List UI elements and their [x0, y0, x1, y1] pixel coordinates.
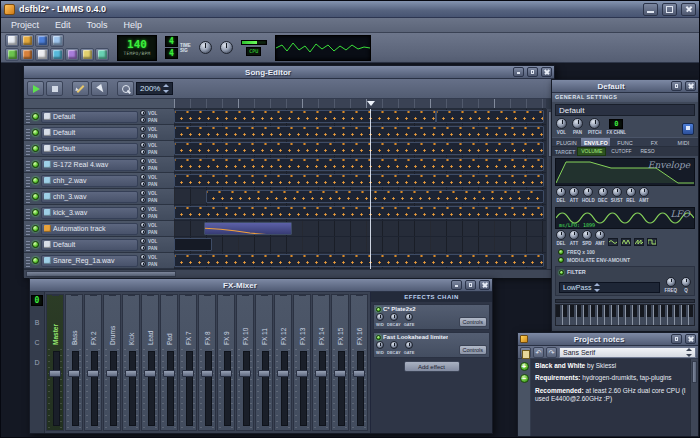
segment-pattern[interactable] — [174, 206, 544, 219]
track-volume-knob[interactable] — [140, 110, 146, 116]
track-volume-knob[interactable] — [140, 174, 146, 180]
window-minimize-button[interactable] — [643, 3, 658, 16]
fx-channel-strip[interactable]: FX 10 — [236, 294, 254, 431]
timesig-display[interactable]: 4 4 TIME SIG — [165, 36, 191, 59]
saw-wave-icon[interactable] — [634, 238, 644, 246]
tempo-display[interactable]: 140 TEMPO/BPM — [117, 35, 157, 61]
notes-text[interactable]: Black and White by SkiessiRequirements: … — [531, 359, 690, 436]
fx-channel-strip[interactable]: FX 13 — [293, 294, 311, 431]
fx-fader-handle[interactable] — [144, 370, 156, 377]
fx-fader[interactable] — [47, 349, 63, 428]
track-grip[interactable] — [26, 239, 30, 251]
tab-func[interactable]: FUNC — [610, 138, 639, 146]
fx-mixer-button[interactable] — [65, 48, 79, 61]
tab-env-lfo[interactable]: ENV/LFO — [581, 138, 610, 146]
fx-fader-handle[interactable] — [296, 370, 308, 377]
instrument-titlebar[interactable]: Default — [552, 80, 698, 93]
filter-type-select[interactable]: LowPass — [559, 282, 660, 293]
instrument-close-button[interactable] — [685, 81, 696, 91]
track-pan-knob[interactable] — [140, 213, 146, 219]
fx-channel-strip[interactable]: Pad — [160, 294, 178, 431]
master-volume-knob[interactable] — [199, 41, 212, 54]
bb-editor-button[interactable] — [20, 48, 34, 61]
sine-wave-icon[interactable] — [608, 238, 618, 246]
env-rel-knob[interactable] — [626, 187, 636, 197]
fx-fader-handle[interactable] — [334, 370, 346, 377]
fx-fader-handle[interactable] — [239, 370, 251, 377]
track-timeline[interactable] — [174, 253, 546, 269]
track-grip[interactable] — [26, 191, 30, 203]
song-editor-hscrollbar[interactable] — [24, 269, 554, 278]
track-pan-knob[interactable] — [140, 181, 146, 187]
segment-pattern[interactable] — [174, 110, 436, 123]
lfo-amt-knob[interactable] — [595, 230, 605, 240]
lfo-spd-knob[interactable] — [582, 230, 592, 240]
zoom-in-button[interactable]: + — [520, 362, 529, 371]
square-wave-icon[interactable] — [647, 238, 657, 246]
env-amt-knob[interactable] — [639, 187, 649, 197]
effect-enabled-led[interactable] — [376, 307, 381, 312]
tab-plugin[interactable]: PLUGIN — [552, 138, 581, 146]
fx-fader-handle[interactable] — [163, 370, 175, 377]
fx-fader-handle[interactable] — [125, 370, 137, 377]
lfo-del-knob[interactable] — [556, 230, 566, 240]
target-reso[interactable]: RESO — [637, 147, 659, 156]
track-grip[interactable] — [26, 143, 30, 155]
song-editor-close-button[interactable] — [541, 67, 552, 77]
segment-pattern[interactable] — [436, 110, 544, 123]
track-timeline[interactable] — [174, 221, 546, 237]
track-timeline[interactable] — [174, 141, 546, 157]
zoom-out-button[interactable]: − — [520, 374, 529, 383]
fx-fader-handle[interactable] — [277, 370, 289, 377]
fx-fader[interactable] — [85, 349, 101, 428]
fx-fader[interactable] — [161, 349, 177, 428]
add-effect-button[interactable]: Add effect — [404, 361, 460, 372]
fx-fader-handle[interactable] — [315, 370, 327, 377]
filter-freq-knob[interactable] — [666, 277, 676, 287]
filter-enabled-led[interactable] — [559, 270, 564, 275]
fx-fader-handle[interactable] — [258, 370, 270, 377]
timesig-numerator[interactable]: 4 — [165, 36, 178, 47]
track-pan-knob[interactable] — [140, 229, 146, 235]
timesig-denominator[interactable]: 4 — [165, 48, 178, 59]
track-name-button[interactable]: Default — [41, 111, 138, 123]
segment-pattern[interactable] — [174, 254, 544, 267]
paste-button[interactable] — [520, 347, 531, 358]
track-grip[interactable] — [26, 127, 30, 139]
track-timeline[interactable] — [174, 125, 546, 141]
track-timeline[interactable] — [174, 205, 546, 221]
oscilloscope[interactable] — [275, 35, 371, 61]
decay-knob[interactable] — [390, 341, 398, 349]
fx-channel-strip[interactable]: FX 15 — [331, 294, 349, 431]
track-name-button[interactable]: Default — [41, 127, 138, 139]
fx-fader[interactable] — [104, 349, 120, 428]
song-editor-minimize-button[interactable] — [513, 67, 524, 77]
project-notes-close-button[interactable] — [685, 334, 696, 344]
envelope-graph[interactable]: Envelope — [555, 158, 695, 186]
env-sust-knob[interactable] — [612, 187, 622, 197]
menu-edit[interactable]: Edit — [47, 18, 79, 33]
lfo-graph[interactable]: LFO ms/LFO: 1899 — [555, 207, 695, 229]
tab-fx[interactable]: FX — [640, 138, 669, 146]
fx-fader[interactable] — [351, 349, 367, 428]
fx-mixer-titlebar[interactable]: FX-Mixer — [30, 279, 492, 292]
track-volume-knob[interactable] — [140, 222, 146, 228]
save-preset-button[interactable] — [682, 123, 694, 135]
track-name-button[interactable]: chh_3.wav — [41, 191, 138, 203]
notes-scrollbar[interactable] — [690, 359, 698, 436]
segment-pattern[interactable] — [206, 190, 544, 203]
fx-fader[interactable] — [332, 349, 348, 428]
song-editor-maximize-button[interactable] — [527, 67, 538, 77]
fx-channel-strip[interactable]: FX 12 — [274, 294, 292, 431]
fx-fader-handle[interactable] — [201, 370, 213, 377]
track-timeline[interactable] — [174, 237, 546, 253]
fx-fader-handle[interactable] — [68, 370, 80, 377]
effect-controls-button[interactable]: Controls — [459, 345, 487, 355]
track-timeline[interactable] — [174, 109, 546, 125]
draw-mode-button[interactable] — [72, 81, 89, 96]
segment-auto[interactable] — [204, 222, 292, 235]
track-pan-knob[interactable] — [140, 165, 146, 171]
master-pitch-knob[interactable] — [220, 41, 233, 54]
pan-knob[interactable] — [572, 118, 583, 129]
fx-mixer-close-button[interactable] — [479, 280, 490, 290]
